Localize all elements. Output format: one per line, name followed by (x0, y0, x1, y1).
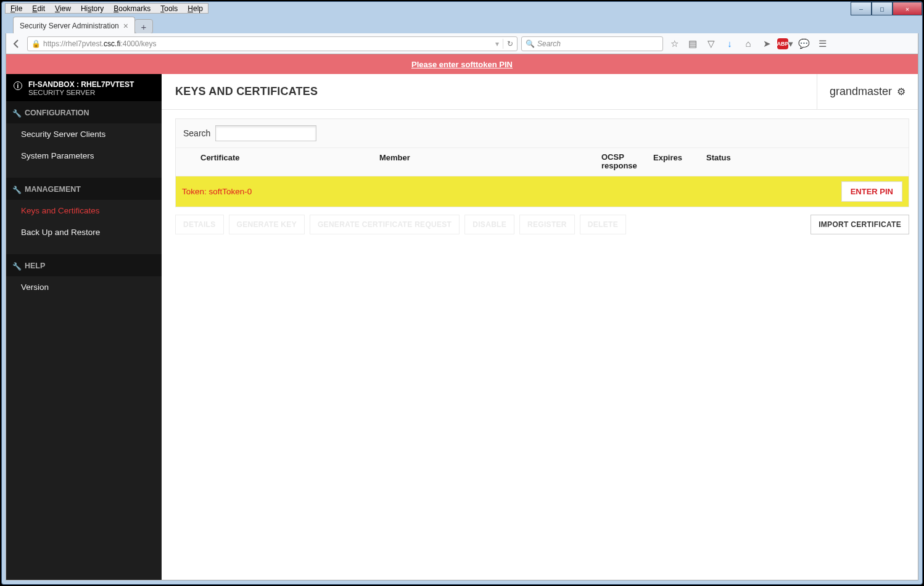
firefox-menubar[interactable]: File Edit View History Bookmarks Tools H… (5, 3, 208, 14)
window-minimize-button[interactable]: ― (851, 2, 872, 15)
wrench-icon: 🔧 (12, 109, 22, 118)
window-maximize-button[interactable]: □ (872, 2, 893, 15)
col-ocsp: OCSP response (601, 153, 653, 171)
tab-title: Security Server Administration (20, 22, 119, 30)
menu-file[interactable]: File (6, 4, 27, 13)
info-icon: i (14, 81, 22, 90)
sidebar-item-backup[interactable]: Back Up and Restore (6, 221, 162, 243)
sidebar-item-sysparams[interactable]: System Parameters (6, 145, 162, 167)
server-role: SECURITY SERVER (28, 89, 154, 96)
username: grandmaster (830, 85, 892, 98)
nav-toolbar: 🔒 https://rhel7pvtest.csc.fi:4000/keys ▾… (6, 33, 918, 54)
address-bar[interactable]: 🔒 https://rhel7pvtest.csc.fi:4000/keys ▾… (27, 36, 518, 51)
window-close-button[interactable]: ✕ (893, 2, 922, 15)
import-certificate-button[interactable]: IMPORT CERTIFICATE (811, 215, 909, 234)
menu-history[interactable]: History (76, 4, 109, 13)
search-label: Search (183, 128, 210, 138)
search-bar: Search (176, 119, 909, 148)
sidebar-section-configuration: 🔧 CONFIGURATION (6, 101, 162, 123)
table-header: Certificate Member OCSP response Expires… (176, 148, 909, 176)
wrench-icon: 🔧 (12, 262, 22, 271)
browser-window: File Edit View History Bookmarks Tools H… (1, 1, 923, 585)
menu-bookmarks[interactable]: Bookmarks (109, 4, 155, 13)
action-button-row: DETAILS GENERATE KEY GENERATE CERTIFICAT… (175, 215, 909, 234)
col-status: Status (706, 153, 909, 171)
sidebar-item-version[interactable]: Version (6, 276, 162, 298)
url-prefix: https:// (43, 39, 65, 48)
token-row[interactable]: Token: softToken-0 ENTER PIN (176, 176, 909, 207)
main-content: KEYS AND CERTIFICATES grandmaster ⚙ Sear… (162, 74, 918, 580)
window-controls: ― □ ✕ (851, 2, 922, 15)
menu-help[interactable]: Help (183, 4, 208, 13)
browser-tab[interactable]: Security Server Administration × (13, 17, 135, 34)
sidebar: i FI-SANDBOX : RHEL7PVTEST SECURITY SERV… (6, 74, 162, 580)
reload-icon[interactable]: ↻ (507, 39, 513, 48)
sidebar-header: i FI-SANDBOX : RHEL7PVTEST SECURITY SERV… (6, 74, 162, 101)
url-path: :4000/keys (120, 39, 156, 48)
menu-edit[interactable]: Edit (27, 4, 50, 13)
home-icon[interactable]: ⌂ (741, 36, 756, 51)
certificates-panel: Search Certificate Member OCSP response … (175, 118, 909, 207)
back-button[interactable] (10, 37, 23, 51)
col-member: Member (379, 153, 601, 171)
register-button[interactable]: REGISTER (519, 215, 575, 234)
col-expires: Expires (653, 153, 706, 171)
menu-view[interactable]: View (50, 4, 76, 13)
delete-button[interactable]: DELETE (580, 215, 626, 234)
generate-csr-button[interactable]: GENERATE CERTIFICATE REQUEST (310, 215, 460, 234)
page-viewport: Please enter softtoken PIN i FI-SANDBOX … (6, 54, 918, 580)
sidebar-section-help: 🔧 HELP (6, 254, 162, 276)
wrench-icon: 🔧 (12, 186, 22, 194)
url-host: csc.fi (104, 39, 120, 48)
send-icon[interactable]: ➤ (759, 36, 774, 51)
main-header: KEYS AND CERTIFICATES grandmaster ⚙ (162, 74, 918, 110)
sidebar-item-keys[interactable]: Keys and Certificates (6, 200, 162, 221)
menu-tools[interactable]: Tools (155, 4, 183, 13)
chevron-left-icon (11, 38, 22, 49)
col-certificate: Certificate (176, 153, 379, 171)
banner-text: Please enter softtoken PIN (411, 60, 513, 69)
search-placeholder: Search (537, 39, 561, 48)
alert-banner[interactable]: Please enter softtoken PIN (6, 54, 918, 74)
page-title: KEYS AND CERTIFICATES (162, 85, 318, 98)
disable-button[interactable]: DISABLE (464, 215, 514, 234)
enter-pin-button[interactable]: ENTER PIN (841, 181, 902, 202)
chat-icon[interactable]: 💬 (796, 36, 811, 51)
details-button[interactable]: DETAILS (175, 215, 224, 234)
user-menu[interactable]: grandmaster ⚙ (817, 74, 918, 109)
generate-key-button[interactable]: GENERATE KEY (229, 215, 305, 234)
server-id: FI-SANDBOX : RHEL7PVTEST (28, 80, 154, 89)
browser-search-box[interactable]: 🔍 Search (521, 36, 663, 51)
tab-close-icon[interactable]: × (123, 21, 128, 31)
hamburger-menu-icon[interactable]: ☰ (815, 36, 830, 51)
search-icon: 🔍 (526, 39, 535, 48)
clipboard-icon[interactable]: ▤ (685, 36, 700, 51)
dropdown-icon[interactable]: ▾ (495, 39, 499, 48)
url-sub: rhel7pvtest. (65, 39, 104, 48)
gear-icon: ⚙ (897, 86, 905, 97)
token-label: Token: softToken-0 (182, 187, 252, 196)
adblock-icon[interactable]: ABP▾ (778, 36, 793, 51)
new-tab-button[interactable]: + (134, 19, 153, 34)
sidebar-item-clients[interactable]: Security Server Clients (6, 123, 162, 145)
pocket-icon[interactable]: ▽ (704, 36, 719, 51)
tab-strip: Security Server Administration × + (13, 17, 916, 34)
bookmark-star-icon[interactable]: ☆ (667, 36, 682, 51)
downloads-icon[interactable]: ↓ (722, 36, 737, 51)
sidebar-section-management: 🔧 MANAGEMENT (6, 178, 162, 200)
search-input[interactable] (215, 125, 316, 141)
lock-icon: 🔒 (31, 39, 41, 48)
